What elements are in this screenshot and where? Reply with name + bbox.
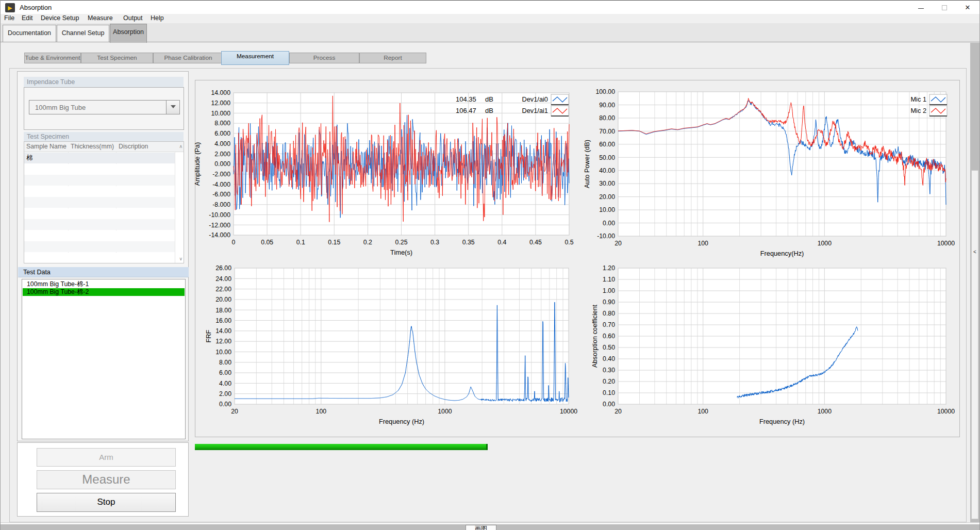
maximize-icon [942, 5, 947, 10]
chevron-down-icon [171, 105, 176, 108]
close-button[interactable]: ✕ [955, 1, 980, 14]
impedance-tube-group: 100mm Big Tube [24, 87, 184, 130]
maximize-button[interactable] [932, 1, 957, 14]
subtab-report[interactable]: Report [359, 53, 426, 63]
impedance-tube-label: Impendace Tube [24, 77, 184, 87]
scroll-up-icon[interactable]: ∧ [179, 144, 182, 149]
table-row[interactable] [24, 253, 175, 263]
charts-panel [195, 80, 960, 437]
progress-bar [195, 444, 488, 450]
minimize-button[interactable] [908, 1, 933, 14]
tube-dropdown-arrow-button[interactable] [166, 101, 179, 114]
scroll-down-icon[interactable]: ∨ [179, 256, 182, 261]
stop-button[interactable]: Stop [37, 493, 176, 512]
main-tab-strip: Documentation Channel Setup Absorption [0, 23, 980, 42]
chevron-left-icon: < [973, 249, 976, 255]
test-data-list[interactable]: 100mm Big Tube-棉-1100mm Big Tube-棉-2 [22, 279, 186, 439]
bottom-strip: 画图 [0, 524, 980, 530]
menu-help[interactable]: Help [151, 14, 164, 22]
menu-file[interactable]: File [4, 14, 14, 22]
right-side-strip: < [970, 43, 980, 530]
close-icon: ✕ [955, 1, 980, 14]
test-specimen-label: Test Specimen [24, 132, 184, 141]
subtab-test-specimen[interactable]: Test Specimen [81, 53, 153, 63]
menu-measure[interactable]: Measure [88, 14, 113, 22]
arm-button[interactable]: Arm [37, 448, 176, 467]
table-row[interactable] [24, 186, 175, 197]
test-specimen-table[interactable]: Sample Name Thickness(mm) Discription ∧ … [24, 141, 184, 263]
table-row[interactable] [24, 219, 175, 230]
control-buttons-panel: Arm Measure Stop [17, 442, 189, 517]
table-row[interactable]: 棉 [24, 153, 175, 163]
tab-documentation[interactable]: Documentation [3, 25, 56, 42]
subtab-tube-environment[interactable]: Tube & Environment [24, 53, 81, 63]
tube-dropdown[interactable]: 100mm Big Tube [29, 100, 180, 114]
table-row[interactable] [24, 208, 175, 219]
subtab-phase-calibration[interactable]: Phase Calibration [153, 53, 223, 63]
test-specimen-table-header: Sample Name Thickness(mm) Discription [24, 142, 184, 152]
subtab-measurement[interactable]: Measurement [221, 51, 289, 65]
measure-button[interactable]: Measure [37, 470, 176, 489]
menu-bar: File Edit Device Setup Measure Output He… [0, 14, 980, 23]
col-discription: Discription [119, 143, 148, 150]
test-data-label: Test Data [18, 267, 189, 277]
table-row[interactable] [24, 197, 175, 208]
menu-device-setup[interactable]: Device Setup [41, 14, 79, 22]
window-title: Absorption [20, 4, 52, 11]
col-thickness: Thickness(mm) [71, 143, 114, 150]
table-row[interactable] [24, 230, 175, 241]
title-bar: ▶ Absorption ✕ [0, 0, 980, 14]
left-panel: Impendace Tube 100mm Big Tube Test Speci… [17, 71, 189, 441]
subtab-process[interactable]: Process [289, 53, 359, 63]
minimize-icon [918, 8, 924, 9]
window-border-left [0, 0, 1, 530]
collapse-panel-handle[interactable]: < [971, 170, 978, 519]
table-row[interactable] [24, 164, 175, 175]
tube-dropdown-value: 100mm Big Tube [35, 104, 86, 111]
tab-channel-setup[interactable]: Channel Setup [57, 25, 109, 42]
app-icon: ▶ [5, 3, 15, 12]
table-row[interactable] [24, 241, 175, 252]
test-data-item[interactable]: 100mm Big Tube-棉-2 [23, 288, 185, 296]
menu-edit[interactable]: Edit [22, 14, 33, 22]
tab-absorption[interactable]: Absorption [110, 24, 147, 43]
column-separator [175, 142, 175, 263]
bottom-tab-huatu[interactable]: 画图 [466, 525, 496, 530]
test-data-item[interactable]: 100mm Big Tube-棉-1 [23, 280, 185, 288]
menu-output[interactable]: Output [123, 14, 143, 22]
table-row[interactable] [24, 175, 175, 186]
cell-sample-name: 棉 [26, 154, 33, 162]
col-sample-name: Sample Name [26, 143, 67, 150]
